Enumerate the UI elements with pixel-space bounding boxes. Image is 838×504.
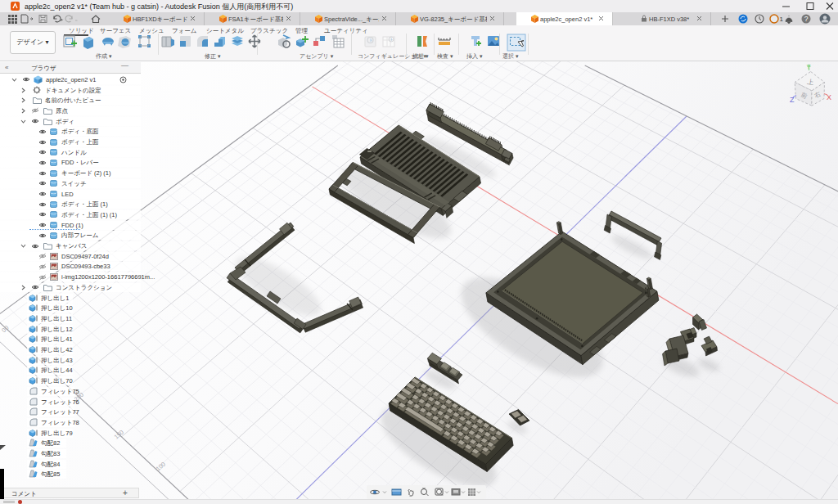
svg-text:?: ?: [804, 15, 809, 23]
svg-text:Y: Y: [807, 63, 812, 70]
svg-text:1: 1: [780, 16, 784, 23]
svg-text:X: X: [827, 93, 831, 101]
svg-text:Z: Z: [790, 96, 795, 104]
svg-text:上: 上: [806, 78, 814, 86]
